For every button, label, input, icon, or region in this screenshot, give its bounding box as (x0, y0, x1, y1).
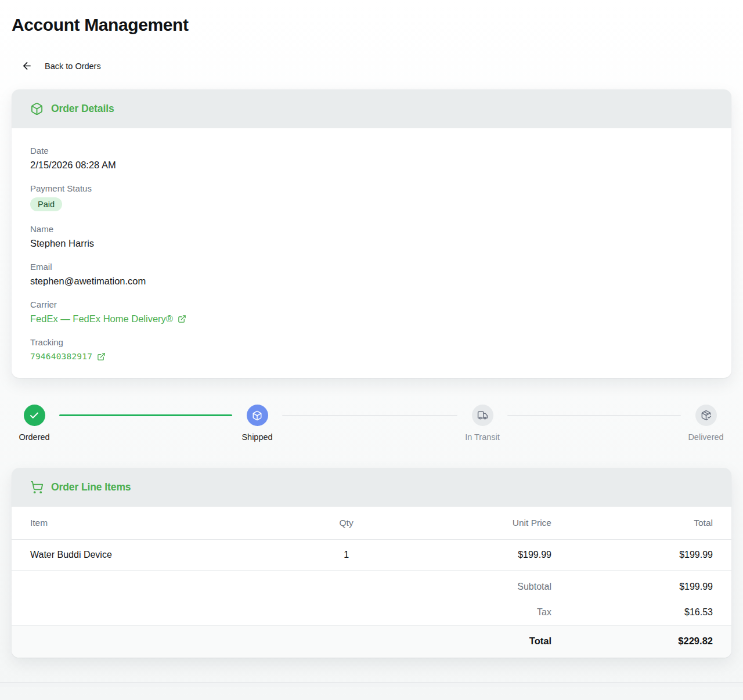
tracking-label: Tracking (30, 337, 713, 347)
ordered-circle (24, 405, 45, 426)
date-label: Date (30, 146, 713, 156)
name-label: Name (30, 224, 713, 234)
shopping-cart-icon (30, 481, 44, 494)
field-date: Date 2/15/2026 08:28 AM (30, 146, 713, 171)
item-price-cell: $199.99 (378, 540, 551, 571)
item-qty-cell: 1 (314, 540, 379, 571)
column-header-qty: Qty (314, 507, 379, 540)
shipped-circle (247, 405, 268, 426)
table-row: Water Buddi Device 1 $199.99 $199.99 (12, 540, 731, 571)
item-total-cell: $199.99 (551, 540, 731, 571)
date-value: 2/15/2026 08:28 AM (30, 160, 713, 171)
field-tracking: Tracking 794640382917 (30, 337, 713, 362)
column-header-unit-price: Unit Price (378, 507, 551, 540)
order-details-card: Order Details Date 2/15/2026 08:28 AM Pa… (12, 89, 731, 378)
back-to-orders-link[interactable]: Back to Orders (21, 60, 101, 71)
step-label-delivered: Delivered (688, 432, 723, 442)
item-name-cell: Water Buddi Device (12, 540, 314, 571)
step-label-ordered: Ordered (19, 432, 49, 442)
column-header-total: Total (551, 507, 731, 540)
arrow-left-icon (21, 60, 33, 71)
step-label-shipped: Shipped (241, 432, 272, 442)
next-section-edge (0, 682, 743, 687)
step-label-in-transit: In Transit (465, 432, 500, 442)
package-icon (252, 410, 262, 421)
external-link-icon (97, 352, 106, 361)
shipment-progress-tracker: Ordered Shipped In Transit (12, 405, 731, 443)
tracking-link[interactable]: 794640382917 (30, 352, 106, 361)
progress-step-shipped: Shipped (217, 405, 298, 442)
carrier-link[interactable]: FedEx — FedEx Home Delivery® (30, 313, 186, 324)
progress-step-ordered: Ordered (0, 405, 75, 442)
field-carrier: Carrier FedEx — FedEx Home Delivery® (30, 300, 713, 324)
truck-icon (477, 410, 488, 421)
tracking-number: 794640382917 (30, 352, 92, 361)
carrier-label: Carrier (30, 300, 713, 309)
tax-value: $16.53 (551, 600, 731, 626)
field-payment-status: Payment Status Paid (30, 183, 713, 211)
package-icon (30, 102, 44, 116)
grand-total-value: $229.82 (551, 626, 731, 658)
page-title: Account Management (12, 0, 731, 35)
paid-status-badge: Paid (30, 197, 62, 211)
subtotal-label: Subtotal (378, 571, 551, 600)
table-header-row: Item Qty Unit Price Total (12, 507, 731, 540)
check-icon (29, 410, 39, 421)
payment-status-label: Payment Status (30, 183, 713, 193)
progress-step-in-transit: In Transit (442, 405, 523, 442)
order-details-card-header: Order Details (12, 89, 731, 128)
order-line-items-header: Order Line Items (12, 468, 731, 507)
order-details-title: Order Details (51, 103, 114, 115)
progress-line-pending (507, 415, 681, 416)
subtotal-row: Subtotal $199.99 (12, 571, 731, 600)
back-link-label: Back to Orders (45, 62, 101, 71)
name-value: Stephen Harris (30, 238, 713, 249)
subtotal-value: $199.99 (551, 571, 731, 600)
field-email: Email stephen@awetimation.com (30, 262, 713, 287)
progress-line-complete (59, 414, 232, 416)
order-details-body: Date 2/15/2026 08:28 AM Payment Status P… (12, 128, 731, 378)
external-link-icon (178, 315, 186, 323)
package-check-icon (701, 410, 712, 421)
field-name: Name Stephen Harris (30, 224, 713, 249)
email-label: Email (30, 262, 713, 272)
page: Account Management Back to Orders Order … (0, 0, 743, 687)
tax-label: Tax (378, 600, 551, 626)
delivered-circle (695, 405, 717, 426)
carrier-link-text: FedEx — FedEx Home Delivery® (30, 313, 173, 324)
progress-line-pending (282, 415, 457, 416)
order-line-items-card: Order Line Items Item Qty Unit Price Tot… (12, 468, 731, 658)
in-transit-circle (472, 405, 493, 426)
progress-step-delivered: Delivered (665, 405, 743, 442)
tax-row: Tax $16.53 (12, 600, 731, 626)
grand-total-row: Total $229.82 (12, 626, 731, 658)
column-header-item: Item (12, 507, 314, 540)
email-value: stephen@awetimation.com (30, 276, 713, 287)
line-items-table: Item Qty Unit Price Total Water Buddi De… (12, 507, 731, 658)
grand-total-label: Total (378, 626, 551, 658)
order-line-items-title: Order Line Items (51, 481, 131, 493)
